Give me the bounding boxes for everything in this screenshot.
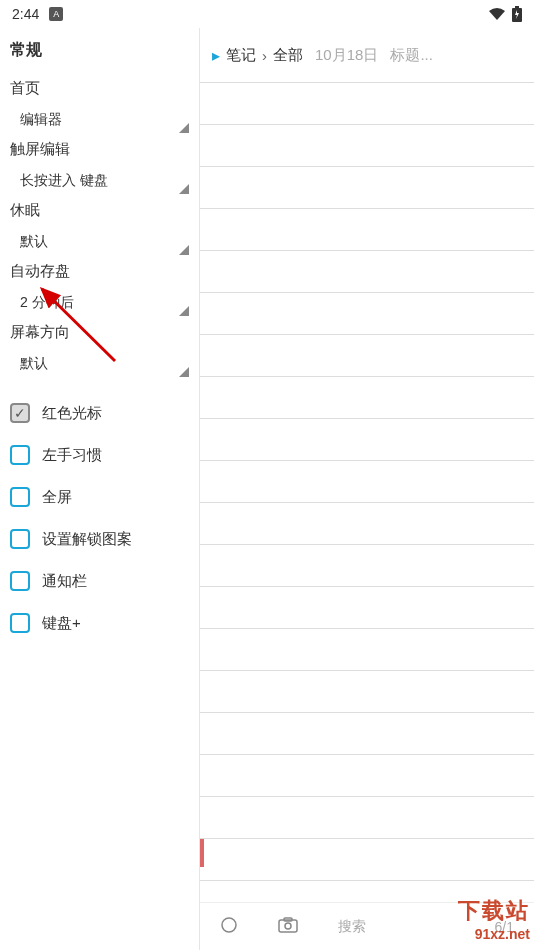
checkbox-label: 通知栏 — [42, 572, 87, 591]
setting-label: 触屏编辑 — [10, 140, 189, 159]
checkbox-label: 设置解锁图案 — [42, 530, 132, 549]
svg-rect-0 — [515, 6, 519, 8]
checkbox-label: 键盘+ — [42, 614, 81, 633]
wifi-icon — [488, 7, 506, 21]
checkbox-icon — [10, 487, 30, 507]
note-title: 标题... — [390, 46, 433, 65]
cursor-indicator — [200, 839, 204, 867]
checkbox-label: 左手习惯 — [42, 446, 102, 465]
orientation-dropdown[interactable]: 默认 — [10, 350, 189, 378]
bottom-toolbar: 搜索 6/1 — [200, 902, 534, 950]
setting-orientation: 屏幕方向 默认 — [10, 323, 189, 378]
checkbox-label: 全屏 — [42, 488, 72, 507]
checkbox-keyboard-plus[interactable]: 键盘+ — [10, 602, 189, 644]
checkbox-left-hand[interactable]: 左手习惯 — [10, 434, 189, 476]
svg-point-4 — [222, 918, 236, 932]
setting-label: 首页 — [10, 79, 189, 98]
note-editor-area[interactable] — [200, 82, 534, 902]
setting-touch-edit: 触屏编辑 长按进入 键盘 — [10, 140, 189, 195]
setting-label: 自动存盘 — [10, 262, 189, 281]
checkbox-icon: ✓ — [10, 403, 30, 423]
setting-homepage: 首页 编辑器 — [10, 79, 189, 134]
checkbox-unlock-pattern[interactable]: 设置解锁图案 — [10, 518, 189, 560]
setting-autosave: 自动存盘 2 分钟后 — [10, 262, 189, 317]
search-input[interactable]: 搜索 — [338, 918, 366, 936]
checkbox-icon — [10, 445, 30, 465]
camera-icon[interactable] — [278, 917, 298, 936]
checkbox-label: 红色光标 — [42, 404, 102, 423]
checkbox-icon — [10, 529, 30, 549]
page-counter: 6/1 — [495, 919, 514, 935]
homepage-dropdown[interactable]: 编辑器 — [10, 106, 189, 134]
settings-panel: 常规 首页 编辑器 触屏编辑 长按进入 键盘 休眠 默认 自动存盘 2 分钟后 … — [0, 28, 200, 950]
notes-panel: ▸ 笔记 › 全部 10月18日 标题... 搜索 6/1 — [200, 28, 534, 950]
setting-label: 屏幕方向 — [10, 323, 189, 342]
note-date: 10月18日 — [315, 46, 378, 65]
status-time: 2:44 — [12, 6, 39, 22]
svg-rect-5 — [279, 920, 297, 932]
notes-header: ▸ 笔记 › 全部 10月18日 标题... — [200, 28, 534, 82]
checkbox-notification-bar[interactable]: 通知栏 — [10, 560, 189, 602]
checkbox-red-cursor[interactable]: ✓ 红色光标 — [10, 392, 189, 434]
status-indicator-icon: A — [49, 7, 63, 21]
caret-right-icon[interactable]: ▸ — [212, 46, 220, 65]
setting-label: 休眠 — [10, 201, 189, 220]
status-bar: 2:44 A — [0, 0, 534, 28]
settings-title: 常规 — [10, 40, 189, 61]
sleep-dropdown[interactable]: 默认 — [10, 228, 189, 256]
checkbox-icon — [10, 613, 30, 633]
checkbox-icon — [10, 571, 30, 591]
svg-point-6 — [285, 923, 291, 929]
battery-icon — [512, 6, 522, 22]
breadcrumb-current[interactable]: 全部 — [273, 46, 303, 65]
setting-sleep: 休眠 默认 — [10, 201, 189, 256]
breadcrumb-root[interactable]: 笔记 — [226, 46, 256, 65]
breadcrumb-separator: › — [262, 47, 267, 64]
touch-edit-dropdown[interactable]: 长按进入 键盘 — [10, 167, 189, 195]
circle-icon[interactable] — [220, 916, 238, 937]
autosave-dropdown[interactable]: 2 分钟后 — [10, 289, 189, 317]
checkbox-fullscreen[interactable]: 全屏 — [10, 476, 189, 518]
